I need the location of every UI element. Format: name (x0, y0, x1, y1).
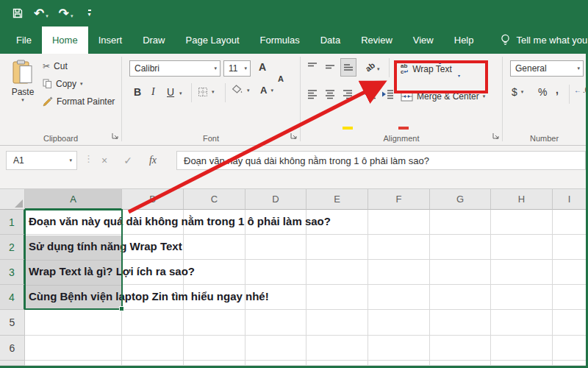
column-header-g[interactable]: G (430, 189, 491, 210)
tab-page-layout[interactable]: Page Layout (176, 26, 250, 54)
cell[interactable] (553, 260, 586, 285)
cancel-button[interactable]: × (94, 151, 115, 170)
cell[interactable] (122, 336, 184, 361)
accounting-format-button[interactable]: $ ▾ (512, 86, 523, 98)
cell[interactable] (430, 260, 491, 285)
number-format-dropdown-icon[interactable]: ▾ (577, 66, 580, 71)
redo-button[interactable]: ↷▾ (59, 7, 74, 20)
cell[interactable] (553, 210, 586, 235)
tab-view[interactable]: View (403, 26, 444, 54)
cell[interactable] (368, 260, 430, 285)
copy-button[interactable]: Copy ▾ (43, 79, 83, 89)
undo-dropdown-icon[interactable]: ▾ (46, 13, 49, 20)
column-header-d[interactable]: D (245, 189, 306, 210)
name-box-dropdown-icon[interactable]: ▾ (69, 158, 72, 163)
column-header-b[interactable]: B (122, 189, 184, 210)
cell[interactable] (245, 235, 306, 260)
tab-draw[interactable]: Draw (132, 26, 175, 54)
cell[interactable] (430, 310, 491, 336)
cell-a5[interactable] (25, 310, 122, 336)
cell[interactable] (553, 235, 586, 260)
column-header-i[interactable]: I (553, 189, 586, 210)
tell-me-box[interactable]: Tell me what you want to (501, 26, 588, 54)
row-header-2[interactable]: 2 (0, 235, 25, 260)
cell[interactable] (306, 361, 368, 366)
cell[interactable] (491, 235, 553, 260)
redo-dropdown-icon[interactable]: ▾ (71, 13, 74, 20)
cell[interactable] (368, 310, 430, 336)
cell[interactable] (368, 285, 430, 310)
column-header-h[interactable]: H (491, 189, 553, 210)
underline-dropdown-icon[interactable]: ▾ (179, 91, 182, 96)
font-family-combo[interactable]: Calibri ▾ (129, 60, 220, 77)
decrease-indent-icon[interactable] (364, 89, 376, 102)
cell[interactable] (491, 310, 553, 336)
middle-align-icon[interactable] (324, 62, 336, 74)
cell[interactable] (491, 336, 553, 361)
cell[interactable] (553, 285, 586, 310)
orientation-dropdown-icon[interactable]: ▾ (377, 66, 380, 72)
font-size-combo[interactable]: 11 ▾ (223, 60, 251, 77)
undo-button[interactable]: ↶▾ (34, 7, 49, 20)
cell[interactable] (430, 285, 491, 310)
cell[interactable] (245, 361, 306, 366)
select-all-button[interactable] (0, 189, 25, 210)
row-header-7[interactable] (0, 361, 25, 366)
alignment-dialog-launcher-icon[interactable] (492, 131, 499, 141)
cell[interactable] (306, 235, 368, 260)
name-box[interactable]: A1 ▾ (6, 151, 77, 170)
cell[interactable] (553, 361, 586, 366)
row-header-4[interactable]: 4 (0, 285, 25, 310)
fill-color-button[interactable]: ▾ (232, 85, 250, 96)
accounting-dropdown-icon[interactable]: ▾ (521, 89, 524, 95)
cell[interactable] (184, 361, 245, 366)
cell[interactable] (553, 336, 586, 361)
formula-input[interactable]: Đoạn văn này quá dài không nằm trong 1 ô… (176, 151, 586, 170)
font-size-dropdown-icon[interactable]: ▾ (244, 66, 247, 71)
paste-button[interactable]: Paste ▾ (6, 60, 40, 126)
tab-help[interactable]: Help (444, 26, 484, 54)
center-align-icon[interactable] (324, 89, 336, 102)
percent-style-button[interactable]: % (538, 86, 547, 98)
formula-bar-resize-handle[interactable]: ⋮ (84, 153, 93, 164)
cell[interactable] (245, 260, 306, 285)
cell[interactable] (306, 260, 368, 285)
format-painter-button[interactable]: Format Painter (43, 96, 115, 107)
cell[interactable] (184, 235, 245, 260)
clipboard-dialog-launcher-icon[interactable] (112, 131, 118, 141)
cell[interactable] (306, 285, 368, 310)
cell[interactable] (430, 235, 491, 260)
row-header-6[interactable]: 6 (0, 336, 25, 361)
cell[interactable] (122, 361, 184, 366)
column-header-a[interactable]: A (25, 189, 122, 210)
cell[interactable] (491, 285, 553, 310)
cell[interactable] (430, 336, 491, 361)
cell[interactable] (306, 336, 368, 361)
orientation-icon[interactable]: ab (364, 60, 377, 73)
copy-dropdown-icon[interactable]: ▾ (80, 81, 83, 87)
cell[interactable] (184, 336, 245, 361)
top-align-icon[interactable] (306, 62, 318, 74)
row-header-3[interactable]: 3 (0, 260, 25, 285)
cell[interactable] (184, 310, 245, 336)
cell[interactable] (430, 361, 491, 366)
cell[interactable] (122, 310, 184, 336)
tab-insert[interactable]: Insert (88, 26, 133, 54)
cut-button[interactable]: ✂ Cut (43, 61, 68, 71)
cell[interactable] (368, 336, 430, 361)
tab-home[interactable]: Home (42, 26, 88, 54)
font-dialog-launcher-icon[interactable] (290, 131, 297, 141)
cell-a6[interactable] (25, 336, 122, 361)
bold-button[interactable]: B (134, 86, 141, 98)
fill-handle[interactable] (119, 306, 124, 311)
cell[interactable] (368, 361, 430, 366)
merge-center-dropdown-icon[interactable]: ▾ (483, 93, 486, 99)
cell[interactable] (245, 310, 306, 336)
borders-button[interactable]: ▾ (198, 87, 215, 97)
underline-button[interactable]: U (167, 86, 174, 98)
font-color-button[interactable]: A ▾ (260, 85, 273, 96)
enter-button[interactable]: ✓ (118, 151, 138, 170)
column-header-f[interactable]: F (368, 189, 430, 210)
number-format-combo[interactable]: General ▾ (510, 60, 584, 77)
customize-qat-icon[interactable]: ▾ (88, 10, 91, 18)
